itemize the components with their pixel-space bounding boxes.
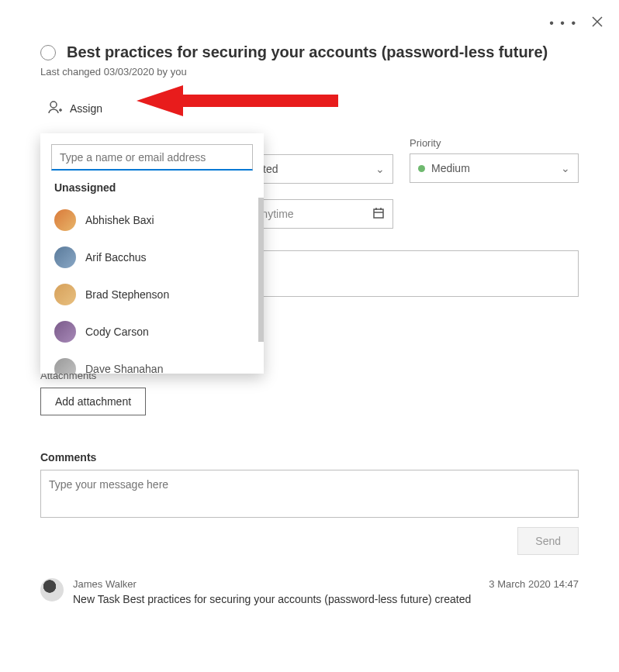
priority-value: Medium	[431, 162, 470, 174]
annotation-arrow-icon	[137, 84, 338, 118]
assign-label: Assign	[70, 102, 102, 115]
person-option[interactable]: Dave Shanahan	[51, 350, 253, 374]
activity-author: James Walker	[73, 578, 137, 590]
add-attachment-button[interactable]: Add attachment	[40, 388, 146, 415]
person-name: Arif Bacchus	[85, 251, 147, 264]
person-option[interactable]: Abhishek Baxi	[51, 202, 253, 239]
activity-timestamp: 3 March 2020 14:47	[489, 578, 579, 590]
calendar-icon	[372, 207, 385, 222]
priority-dropdown[interactable]: Medium ⌄	[410, 153, 579, 183]
comment-input[interactable]	[40, 470, 579, 518]
activity-entry: James Walker 3 March 2020 14:47 New Task…	[40, 578, 579, 605]
priority-dot-icon	[418, 165, 425, 172]
unassigned-heading: Unassigned	[51, 171, 253, 202]
task-complete-checkbox[interactable]	[40, 45, 56, 60]
svg-marker-5	[137, 85, 338, 116]
person-option[interactable]: Arif Bacchus	[51, 239, 253, 276]
chevron-down-icon: ⌄	[375, 163, 385, 175]
close-icon[interactable]	[591, 16, 603, 31]
person-name: Cody Carson	[85, 326, 149, 338]
person-name: Abhishek Baxi	[85, 214, 154, 226]
svg-point-2	[50, 102, 57, 108]
avatar	[54, 209, 76, 231]
more-icon[interactable]: • • •	[549, 16, 577, 30]
chevron-down-icon: ⌄	[561, 162, 570, 174]
avatar	[54, 246, 76, 268]
person-name: Brad Stephenson	[85, 288, 169, 301]
avatar	[54, 321, 76, 343]
person-option[interactable]: Brad Stephenson	[51, 276, 253, 313]
assign-button[interactable]: Assign	[40, 95, 109, 122]
send-button[interactable]: Send	[517, 527, 579, 555]
person-name: Dave Shanahan	[85, 363, 163, 374]
activity-text: New Task Best practices for securing you…	[73, 593, 579, 605]
comments-heading: Comments	[40, 451, 579, 464]
svg-rect-6	[374, 209, 383, 218]
assign-people-dropdown: Unassigned Abhishek Baxi Arif Bacchus Br…	[40, 133, 264, 374]
assign-person-icon	[47, 99, 62, 117]
avatar	[40, 578, 64, 601]
assign-search-input[interactable]	[51, 144, 253, 171]
person-option[interactable]: Cody Carson	[51, 313, 253, 350]
scrollbar[interactable]	[258, 198, 264, 342]
task-title: Best practices for securing your account…	[67, 43, 548, 61]
avatar	[54, 358, 76, 374]
priority-label: Priority	[410, 137, 579, 149]
last-changed-meta: Last changed 03/03/2020 by you	[40, 66, 579, 78]
avatar	[54, 284, 76, 305]
